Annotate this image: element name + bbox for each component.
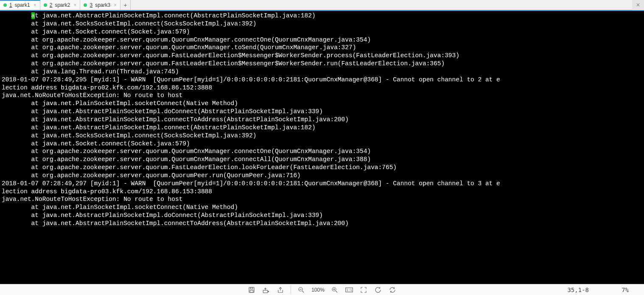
terminal-line: at java.net.SocksSocketImpl.connect(Sock…: [2, 20, 642, 28]
terminal-line: at java.net.AbstractPlainSocketImpl.conn…: [2, 116, 642, 124]
ftp-icon[interactable]: [262, 286, 270, 294]
terminal-line: at java.net.AbstractPlainSocketImpl.doCo…: [2, 212, 642, 220]
tab-label: spark3: [95, 2, 110, 8]
close-icon[interactable]: ×: [34, 2, 36, 8]
terminal-line: at java.net.Socket.connect(Socket.java:5…: [2, 28, 642, 36]
close-icon[interactable]: ×: [73, 2, 76, 8]
add-tab-button[interactable]: +: [120, 0, 131, 10]
cursor-position: 35,1-8: [567, 287, 589, 293]
tab-spark1[interactable]: 1 spark1 ×: [0, 0, 40, 10]
svg-rect-2: [250, 290, 253, 292]
terminal-line: at java.net.PlainSocketImpl.socketConnec…: [2, 100, 642, 108]
export-icon[interactable]: [276, 286, 285, 294]
tab-spark2[interactable]: 2 spark2 ×: [40, 0, 81, 10]
reload-auto-icon[interactable]: [388, 286, 397, 294]
terminal-line: 2018-01-07 07:28:49,295 [myid:1] - WARN …: [2, 76, 642, 84]
separator: [291, 286, 291, 294]
terminal-line: lection address bigdata-pro02.kfk.com/19…: [2, 84, 642, 92]
svg-line-6: [302, 291, 304, 292]
reload-icon[interactable]: [374, 286, 382, 294]
svg-rect-1: [250, 287, 253, 289]
fit-screen-icon[interactable]: [359, 286, 368, 294]
terminal-line: at org.apache.zookeeper.server.quorum.Qu…: [2, 36, 642, 44]
terminal-line: at org.apache.zookeeper.server.quorum.Fa…: [2, 60, 642, 68]
terminal-line: at java.net.AbstractPlainSocketImpl.conn…: [2, 12, 642, 20]
terminal-line: at java.net.SocksSocketImpl.connect(Sock…: [2, 132, 642, 140]
status-dot-icon: [3, 3, 7, 7]
terminal-line: at java.net.AbstractPlainSocketImpl.conn…: [2, 220, 642, 228]
terminal-line: at org.apache.zookeeper.server.quorum.Qu…: [2, 156, 642, 164]
svg-text:1:1: 1:1: [346, 288, 352, 292]
terminal-line: at java.lang.Thread.run(Thread.java:745): [2, 68, 642, 76]
tab-label: spark1: [15, 2, 30, 8]
status-dot-icon: [84, 3, 87, 7]
terminal-line: at org.apache.zookeeper.server.quorum.Fa…: [2, 164, 642, 172]
tab-num: 3: [90, 2, 92, 8]
terminal-line: at org.apache.zookeeper.server.quorum.Qu…: [2, 172, 642, 180]
zoom-in-icon[interactable]: [330, 286, 339, 294]
svg-rect-3: [263, 290, 268, 292]
terminal-line: at java.net.AbstractPlainSocketImpl.conn…: [2, 124, 642, 132]
tab-label: spark2: [55, 2, 70, 8]
terminal-line: at org.apache.zookeeper.server.quorum.Qu…: [2, 148, 642, 156]
terminal-line: 2018-01-07 07:28:49,297 [myid:1] - WARN …: [2, 180, 642, 188]
tab-num: 1: [9, 2, 12, 8]
save-icon[interactable]: [247, 286, 256, 294]
tab-num: 2: [50, 2, 53, 8]
close-icon[interactable]: ×: [114, 2, 117, 8]
close-panel-button[interactable]: ×: [632, 0, 644, 10]
zoom-level: 100%: [311, 287, 325, 293]
terminal-line: lection address bigdata-pro03.kfk.com/19…: [2, 188, 642, 196]
terminal-pane[interactable]: at java.net.AbstractPlainSocketImpl.conn…: [0, 10, 644, 284]
status-dot-icon: [44, 3, 47, 7]
terminal-line: at org.apache.zookeeper.server.quorum.Qu…: [2, 44, 642, 52]
terminal-line: at org.apache.zookeeper.server.quorum.Fa…: [2, 52, 642, 60]
status-bar: 100% 1:1 35,1-8 7%: [0, 284, 644, 295]
tab-bar: 1 spark1 × 2 spark2 × 3 spark3 × + ×: [0, 0, 644, 10]
zoom-reset-icon[interactable]: 1:1: [345, 286, 353, 294]
zoom-out-icon[interactable]: [297, 286, 305, 294]
terminal-line: at java.net.Socket.connect(Socket.java:5…: [2, 140, 642, 148]
terminal-line: java.net.NoRouteToHostException: No rout…: [2, 92, 642, 100]
svg-line-10: [336, 291, 337, 292]
terminal-line: at java.net.AbstractPlainSocketImpl.doCo…: [2, 108, 642, 116]
terminal-line: java.net.NoRouteToHostException: No rout…: [2, 195, 642, 203]
terminal-line: at java.net.PlainSocketImpl.socketConnec…: [2, 203, 642, 212]
scroll-percent: 7%: [622, 287, 629, 293]
tab-spark3[interactable]: 3 spark3 ×: [80, 0, 120, 10]
